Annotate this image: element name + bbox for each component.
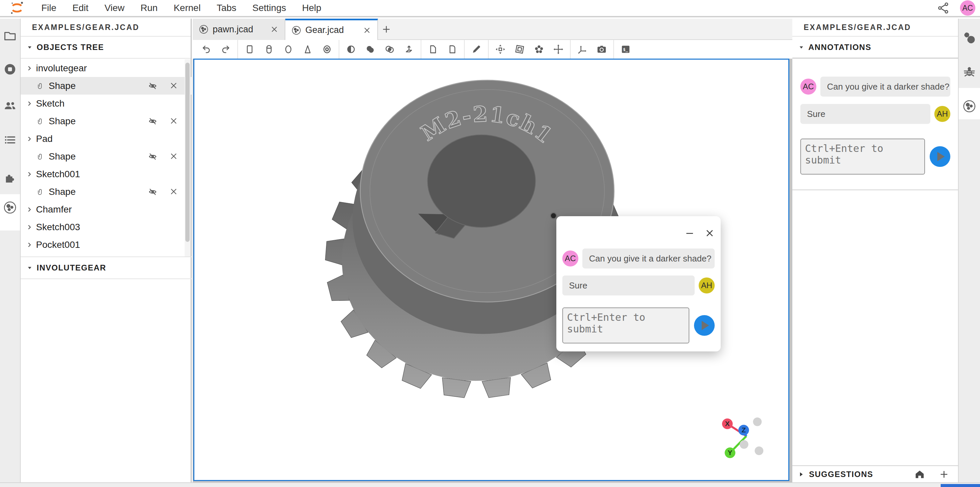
annotation-anchor-dot[interactable] <box>550 213 556 219</box>
toggle-visibility-icon[interactable] <box>148 116 158 126</box>
user-avatar[interactable]: AC <box>960 0 975 16</box>
involutegear-header[interactable]: INVOLUTEGEAR <box>21 257 192 279</box>
viewport-3d[interactable]: M2-21ch1 X Z Y <box>193 59 789 481</box>
tree-row-shape[interactable]: Shape <box>21 183 192 200</box>
gizmo-neg-axis <box>755 446 763 455</box>
gear-bore <box>428 135 536 227</box>
tree-row-shape[interactable]: Shape <box>21 148 192 165</box>
chevron-right-icon[interactable] <box>26 171 33 178</box>
submit-annotation-button[interactable] <box>694 315 715 336</box>
sidebar-tab-jupytercad[interactable] <box>959 90 980 122</box>
close-tab-icon[interactable] <box>270 25 278 33</box>
add-suggestion-icon[interactable] <box>939 469 949 480</box>
chevron-right-icon[interactable] <box>26 241 33 248</box>
toggle-visibility-icon[interactable] <box>148 81 158 91</box>
objects-tree-header[interactable]: OBJECTS TREE <box>21 36 191 59</box>
axes-helper-button[interactable] <box>573 41 592 58</box>
minimize-icon[interactable] <box>684 227 695 239</box>
new-sketch-button[interactable] <box>467 41 486 58</box>
annotation-input[interactable] <box>800 138 925 174</box>
exploded-view-button[interactable] <box>491 41 510 58</box>
toggle-console-button[interactable]: $_ <box>616 41 635 58</box>
cut-button[interactable] <box>341 41 361 58</box>
right-activity-bar <box>958 19 980 482</box>
tree-row-sketch[interactable]: Sketch <box>21 95 192 112</box>
chevron-right-icon[interactable] <box>26 136 33 142</box>
union-button[interactable] <box>361 41 380 58</box>
svg-text:Y: Y <box>728 449 732 456</box>
submit-annotation-button[interactable] <box>930 146 950 167</box>
menu-item-kernel[interactable]: Kernel <box>165 0 208 16</box>
clip-view-button[interactable] <box>510 41 529 58</box>
new-cylinder-button[interactable] <box>259 41 278 58</box>
new-cone-button[interactable] <box>298 41 317 58</box>
breadcrumb: EXAMPLES/GEAR.JCAD <box>21 19 191 36</box>
tree-row-shape[interactable]: Shape <box>21 112 192 130</box>
tree-row-sketch003[interactable]: Sketch003 <box>21 218 192 236</box>
sidebar-tab-table-of-contents[interactable] <box>0 124 20 156</box>
share-icon[interactable] <box>937 2 950 15</box>
home-icon[interactable] <box>914 469 925 480</box>
divider <box>792 190 958 190</box>
close-icon[interactable] <box>704 227 715 239</box>
sidebar-tab-extensions[interactable] <box>0 162 20 194</box>
menu-item-tabs[interactable]: Tabs <box>208 0 244 16</box>
sidebar-tab-collaboration[interactable] <box>0 90 20 122</box>
fillet-button[interactable] <box>443 41 462 58</box>
menu-item-run[interactable]: Run <box>133 0 165 16</box>
undo-button[interactable] <box>197 41 216 58</box>
chevron-right-icon[interactable] <box>26 65 33 71</box>
suggestions-section[interactable]: SUGGESTIONS <box>792 465 958 482</box>
new-torus-button[interactable] <box>317 41 337 58</box>
toggle-visibility-icon[interactable] <box>148 152 158 162</box>
annotation-input[interactable] <box>562 308 689 343</box>
menu-item-settings[interactable]: Settings <box>244 0 294 16</box>
chevron-right-icon[interactable] <box>26 100 33 107</box>
menu-item-file[interactable]: File <box>33 0 64 16</box>
tree-row-involutegear[interactable]: involutegear <box>21 59 192 77</box>
chevron-right-icon[interactable] <box>26 206 33 213</box>
extrusion-button[interactable] <box>399 41 418 58</box>
intersection-button[interactable] <box>380 41 399 58</box>
tab-gear.jcad[interactable]: Gear.jcad <box>285 19 378 40</box>
new-launcher-button[interactable] <box>378 19 395 40</box>
tree-row-pad[interactable]: Pad <box>21 130 192 148</box>
scrollbar-thumb[interactable] <box>185 63 190 242</box>
sidebar-tab-running-kernels[interactable] <box>0 53 20 85</box>
menu-item-view[interactable]: View <box>96 0 132 16</box>
redo-button[interactable] <box>216 41 235 58</box>
tree-row-chamfer[interactable]: Chamfer <box>21 200 192 218</box>
tree-row-pocket001[interactable]: Pocket001 <box>21 236 192 254</box>
new-box-button[interactable] <box>240 41 259 58</box>
menu-item-help[interactable]: Help <box>294 0 329 16</box>
chevron-right-icon[interactable] <box>26 224 33 230</box>
remove-object-icon[interactable] <box>169 81 178 91</box>
remove-object-icon[interactable] <box>169 152 178 162</box>
new-sphere-button[interactable] <box>278 41 298 58</box>
transform-button[interactable] <box>549 41 568 58</box>
sidebar-tab-file-browser[interactable] <box>0 20 20 52</box>
remove-object-icon[interactable] <box>169 116 178 126</box>
new-cone-icon <box>302 44 313 55</box>
tree-label: Pocket001 <box>36 240 80 250</box>
annotation-message-row: AC Can you give it a darker shade? <box>800 77 950 97</box>
tree-scrollbar[interactable] <box>185 59 191 257</box>
avatar: AH <box>698 278 715 293</box>
chamfer-button[interactable] <box>423 41 443 58</box>
redo-icon <box>220 44 231 55</box>
remove-object-icon[interactable] <box>169 187 178 197</box>
tree-row-sketch001[interactable]: Sketch001 <box>21 165 192 183</box>
axis-gizmo[interactable]: X Z Y <box>722 417 763 458</box>
annotations-header[interactable]: ANNOTATIONS <box>792 36 958 59</box>
menu-item-edit[interactable]: Edit <box>64 0 96 16</box>
toggle-visibility-icon[interactable] <box>148 187 158 197</box>
sidebar-tab-property-inspector[interactable] <box>959 22 980 54</box>
sidebar-tab-debugger[interactable] <box>959 55 980 87</box>
tab-pawn.jcad[interactable]: pawn.jcad <box>192 19 285 40</box>
tree-row-shape[interactable]: Shape <box>21 77 192 95</box>
camera-settings-button[interactable] <box>592 41 611 58</box>
paperclip-icon <box>36 82 45 90</box>
clipping-plane-button[interactable] <box>529 41 549 58</box>
close-tab-icon[interactable] <box>363 26 371 35</box>
sidebar-tab-jupytercad[interactable] <box>0 192 20 224</box>
